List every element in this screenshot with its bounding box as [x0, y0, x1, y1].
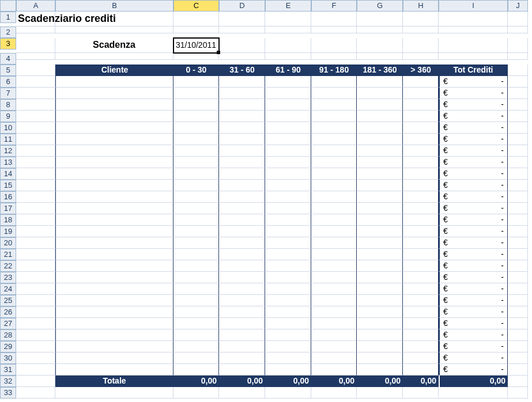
table-cell-r11-c0[interactable]	[55, 134, 173, 145]
table-cell-r24-c5[interactable]	[357, 283, 403, 295]
col-header-A[interactable]: A	[16, 0, 55, 12]
table-cell-r30-c4[interactable]	[311, 352, 357, 364]
cell-r4-c3[interactable]	[219, 53, 265, 60]
table-cell-r14-c3[interactable]	[265, 168, 311, 180]
tot-crediti-cell-r21[interactable]: €-	[439, 249, 508, 260]
row-header-21[interactable]: 21	[0, 249, 16, 260]
table-cell-r7-c1[interactable]	[173, 88, 219, 99]
cell-A11[interactable]	[16, 134, 55, 145]
table-cell-r25-c5[interactable]	[357, 295, 403, 306]
table-cell-r7-c4[interactable]	[311, 88, 357, 99]
table-cell-r22-c1[interactable]	[173, 260, 219, 272]
tot-crediti-cell-r14[interactable]: €-	[439, 168, 508, 180]
table-cell-r28-c3[interactable]	[265, 329, 311, 341]
table-cell-r28-c0[interactable]	[55, 329, 173, 341]
row-header-29[interactable]: 29	[0, 341, 16, 352]
table-cell-r15-c1[interactable]	[173, 180, 219, 191]
cell-A5[interactable]	[16, 65, 55, 76]
cell-r4-c1[interactable]	[55, 53, 173, 60]
table-cell-r26-c4[interactable]	[311, 306, 357, 318]
cell-J24[interactable]	[508, 283, 528, 295]
table-cell-r31-c0[interactable]	[55, 364, 173, 376]
table-cell-r12-c2[interactable]	[219, 145, 265, 157]
cell-J10[interactable]	[508, 122, 528, 134]
table-cell-r15-c5[interactable]	[357, 180, 403, 191]
table-cell-r13-c2[interactable]	[219, 157, 265, 168]
row-header-8[interactable]: 8	[0, 99, 16, 111]
table-cell-r26-c3[interactable]	[265, 306, 311, 318]
table-cell-r6-c1[interactable]	[173, 76, 219, 88]
row-header-3[interactable]: 3	[0, 38, 16, 50]
scadenza-value-cell[interactable]: 31/10/2011	[173, 38, 219, 53]
table-cell-r20-c4[interactable]	[311, 237, 357, 249]
table-cell-r30-c0[interactable]	[55, 352, 173, 364]
cell-J26[interactable]	[508, 306, 528, 318]
cell-r1-c1[interactable]	[55, 12, 173, 26]
cell-A21[interactable]	[16, 249, 55, 260]
table-cell-r21-c2[interactable]	[219, 249, 265, 260]
table-cell-r12-c5[interactable]	[357, 145, 403, 157]
table-cell-r22-c0[interactable]	[55, 260, 173, 272]
row-header-16[interactable]: 16	[0, 191, 16, 203]
cell-r2-c8[interactable]	[439, 26, 508, 33]
cell-A15[interactable]	[16, 180, 55, 191]
table-cell-r10-c2[interactable]	[219, 122, 265, 134]
tot-crediti-cell-r12[interactable]: €-	[439, 145, 508, 157]
cell-r1-c5[interactable]	[311, 12, 357, 26]
table-cell-r12-c4[interactable]	[311, 145, 357, 157]
table-cell-r28-c6[interactable]	[403, 329, 439, 341]
row-header-22[interactable]: 22	[0, 260, 16, 272]
cell-r4-c9[interactable]	[508, 53, 528, 60]
row-header-1[interactable]: 1	[0, 12, 16, 23]
row-header-7[interactable]: 7	[0, 88, 16, 99]
cell-J8[interactable]	[508, 99, 528, 111]
cell-A16[interactable]	[16, 191, 55, 203]
table-cell-r11-c6[interactable]	[403, 134, 439, 145]
tot-crediti-cell-r18[interactable]: €-	[439, 214, 508, 226]
table-cell-r6-c6[interactable]	[403, 76, 439, 88]
col-header-J[interactable]: J	[508, 0, 528, 12]
cell-A10[interactable]	[16, 122, 55, 134]
table-cell-r23-c4[interactable]	[311, 272, 357, 283]
tot-crediti-cell-r8[interactable]: €-	[439, 99, 508, 111]
cell-r33-c5[interactable]	[311, 387, 357, 399]
table-cell-r9-c2[interactable]	[219, 111, 265, 122]
table-cell-r26-c0[interactable]	[55, 306, 173, 318]
col-header-C[interactable]: C	[173, 0, 219, 12]
table-cell-r15-c0[interactable]	[55, 180, 173, 191]
row-header-14[interactable]: 14	[0, 168, 16, 180]
table-cell-r27-c3[interactable]	[265, 318, 311, 329]
cell-A18[interactable]	[16, 214, 55, 226]
table-cell-r21-c6[interactable]	[403, 249, 439, 260]
table-cell-r6-c5[interactable]	[357, 76, 403, 88]
row-header-33[interactable]: 33	[0, 387, 16, 399]
cell-J29[interactable]	[508, 341, 528, 352]
tot-crediti-cell-r6[interactable]: €-	[439, 76, 508, 88]
cell-r2-c9[interactable]	[508, 26, 528, 33]
cell-r33-c8[interactable]	[439, 387, 508, 399]
row-header-25[interactable]: 25	[0, 295, 16, 306]
cell-r3-c9[interactable]	[508, 38, 528, 53]
table-cell-r16-c1[interactable]	[173, 191, 219, 203]
row-header-13[interactable]: 13	[0, 157, 16, 168]
row-header-24[interactable]: 24	[0, 283, 16, 295]
cell-A27[interactable]	[16, 318, 55, 329]
tot-crediti-cell-r30[interactable]: €-	[439, 352, 508, 364]
row-header-11[interactable]: 11	[0, 134, 16, 145]
row-header-32[interactable]: 32	[0, 376, 16, 387]
table-cell-r28-c5[interactable]	[357, 329, 403, 341]
col-header-F[interactable]: F	[311, 0, 357, 12]
table-cell-r21-c3[interactable]	[265, 249, 311, 260]
table-cell-r11-c3[interactable]	[265, 134, 311, 145]
table-cell-r29-c5[interactable]	[357, 341, 403, 352]
cell-J5[interactable]	[508, 65, 528, 76]
cell-r33-c7[interactable]	[403, 387, 439, 399]
table-cell-r9-c6[interactable]	[403, 111, 439, 122]
table-cell-r7-c3[interactable]	[265, 88, 311, 99]
table-cell-r18-c4[interactable]	[311, 214, 357, 226]
tot-crediti-cell-r9[interactable]: €-	[439, 111, 508, 122]
table-cell-r23-c6[interactable]	[403, 272, 439, 283]
cell-A3[interactable]	[16, 38, 55, 53]
cell-J17[interactable]	[508, 203, 528, 214]
cell-r4-c8[interactable]	[439, 53, 508, 60]
